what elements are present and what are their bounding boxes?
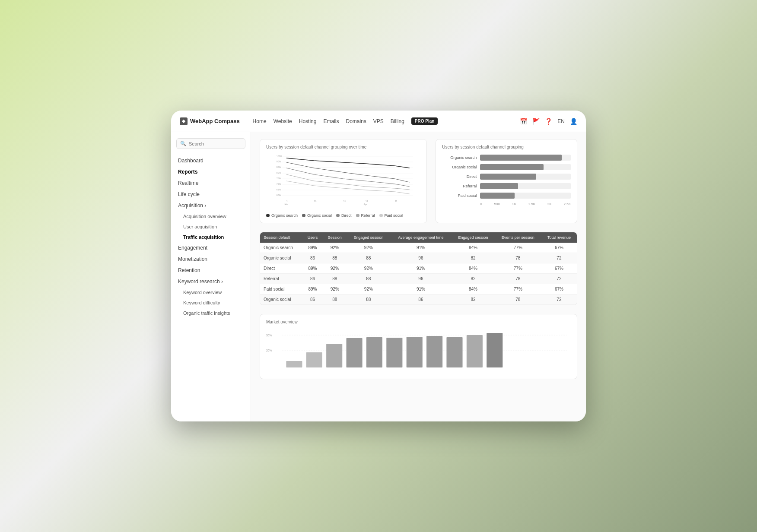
hbar-track-0 bbox=[480, 155, 571, 161]
cell-value: 67% bbox=[541, 284, 577, 294]
cell-value: 92% bbox=[347, 263, 390, 274]
hbar-x1: 500 bbox=[494, 202, 500, 206]
top-nav: WebApp Compass Home Website Hosting Emai… bbox=[171, 111, 586, 132]
legend-direct-label: Direct bbox=[341, 213, 352, 218]
nav-home[interactable]: Home bbox=[253, 118, 267, 124]
svg-rect-34 bbox=[426, 336, 442, 367]
nav-hosting[interactable]: Hosting bbox=[299, 118, 317, 124]
cell-value: 96 bbox=[390, 253, 452, 263]
cell-value: 82 bbox=[452, 294, 495, 305]
svg-rect-27 bbox=[286, 361, 302, 367]
svg-rect-29 bbox=[326, 344, 342, 367]
svg-text:Apr: Apr bbox=[363, 203, 367, 206]
lang-select[interactable]: EN bbox=[557, 118, 565, 124]
nav-domains[interactable]: Domains bbox=[346, 118, 366, 124]
table-row: Direct89%92%92%91%84%77%67% bbox=[260, 263, 577, 274]
hbar-fill-4 bbox=[480, 193, 515, 199]
cell-value: 78 bbox=[495, 253, 541, 263]
hbar-label-3: Referral bbox=[442, 184, 477, 188]
sidebar-item-lifecycle[interactable]: Life cycle bbox=[171, 189, 251, 200]
svg-text:1: 1 bbox=[286, 200, 288, 203]
hbar-fill-0 bbox=[480, 155, 562, 161]
svg-text:75%: 75% bbox=[277, 177, 281, 180]
cell-value: 92% bbox=[323, 243, 347, 253]
cell-value: 89% bbox=[302, 284, 322, 294]
svg-text:31: 31 bbox=[344, 200, 346, 203]
th-avg-time: Average engagement time bbox=[390, 232, 452, 243]
svg-text:30%: 30% bbox=[266, 334, 272, 337]
data-table: Session default Users Session Engaged se… bbox=[260, 232, 577, 305]
svg-rect-28 bbox=[306, 352, 322, 367]
legend-organic-social-label: Organic social bbox=[307, 213, 332, 218]
hbar-label-4: Paid social bbox=[442, 193, 477, 198]
flag-icon[interactable]: 🚩 bbox=[532, 118, 540, 125]
svg-text:70%: 70% bbox=[277, 183, 281, 185]
sidebar-item-realtime[interactable]: Realtime bbox=[171, 177, 251, 189]
nav-billing[interactable]: Billing bbox=[391, 118, 404, 124]
cell-channel: Referral bbox=[260, 274, 302, 284]
search-icon: 🔍 bbox=[180, 141, 186, 146]
hbar-xaxis: 0 500 1K 1.5K 2K 2.5K bbox=[442, 202, 571, 206]
svg-text:100%: 100% bbox=[277, 155, 282, 158]
cell-value: 91% bbox=[390, 284, 452, 294]
sidebar-item-engagement[interactable]: Engagement bbox=[171, 242, 251, 253]
line-chart-title: Users by session default channel groupin… bbox=[266, 145, 420, 149]
sidebar-item-keyword-research[interactable]: Keyword research bbox=[171, 276, 251, 287]
market-title: Market overview bbox=[266, 320, 571, 324]
brand-name: WebApp Compass bbox=[190, 118, 240, 124]
cell-channel: Organic search bbox=[260, 243, 302, 253]
cell-value: 96 bbox=[390, 274, 452, 284]
cell-value: 91% bbox=[390, 263, 452, 274]
cell-value: 86 bbox=[302, 274, 322, 284]
sidebar-item-user-acquisition[interactable]: User acquisition bbox=[171, 222, 251, 232]
cell-value: 86 bbox=[302, 294, 322, 305]
hbar-fill-1 bbox=[480, 164, 544, 170]
legend-organic-search: Organic search bbox=[266, 213, 298, 218]
sidebar-item-reports[interactable]: Reports bbox=[171, 166, 251, 177]
nav-links: Home Website Hosting Emails Domains VPS … bbox=[253, 117, 512, 125]
market-card: Market overview 30% 20% bbox=[260, 314, 577, 379]
cell-value: 77% bbox=[495, 243, 541, 253]
cell-value: 92% bbox=[323, 263, 347, 274]
sidebar-item-organic-traffic[interactable]: Organic traffic insights bbox=[171, 308, 251, 318]
sidebar-item-acquisition[interactable]: Acquisition bbox=[171, 200, 251, 211]
user-icon[interactable]: 👤 bbox=[570, 118, 577, 125]
cell-channel: Organic social bbox=[260, 294, 302, 305]
cell-value: 82 bbox=[452, 253, 495, 263]
sidebar-item-acquisition-overview[interactable]: Acquisition overview bbox=[171, 211, 251, 222]
cell-channel: Organic social bbox=[260, 253, 302, 263]
cell-value: 67% bbox=[541, 243, 577, 253]
line-chart-card: Users by session default channel groupin… bbox=[260, 139, 427, 223]
cell-value: 91% bbox=[390, 243, 452, 253]
legend-organic-social: Organic social bbox=[302, 213, 332, 218]
th-engaged-session2: Engaged session bbox=[452, 232, 495, 243]
sidebar-item-dashboard[interactable]: Dashboard bbox=[171, 155, 251, 166]
sidebar-item-monetization[interactable]: Monetization bbox=[171, 253, 251, 265]
help-icon[interactable]: ❓ bbox=[545, 118, 552, 125]
svg-text:60%: 60% bbox=[277, 194, 281, 196]
nav-vps[interactable]: VPS bbox=[373, 118, 384, 124]
pro-badge[interactable]: PRO Plan bbox=[411, 117, 438, 125]
sidebar-item-traffic-acquisition[interactable]: Traffic acquisition bbox=[171, 232, 251, 242]
svg-rect-31 bbox=[366, 337, 382, 367]
calendar-icon[interactable]: 📅 bbox=[520, 118, 527, 125]
cell-value: 88 bbox=[323, 294, 347, 305]
nav-website[interactable]: Website bbox=[274, 118, 292, 124]
line-chart-legend: Organic search Organic social Direct bbox=[266, 213, 420, 218]
legend-paid-social: Paid social bbox=[379, 213, 404, 218]
cell-value: 86 bbox=[390, 294, 452, 305]
svg-text:90%: 90% bbox=[277, 160, 281, 163]
sidebar-item-retention[interactable]: Retention bbox=[171, 265, 251, 276]
table-row: Referral86888896827872 bbox=[260, 274, 577, 284]
table-row: Paid social89%92%92%91%84%77%67% bbox=[260, 284, 577, 294]
sidebar-item-keyword-overview[interactable]: Keyword overview bbox=[171, 287, 251, 298]
cell-value: 84% bbox=[452, 243, 495, 253]
search-box[interactable]: 🔍 bbox=[176, 138, 245, 149]
search-input[interactable] bbox=[189, 141, 242, 146]
sidebar-item-keyword-difficulty[interactable]: Keyword difficulty bbox=[171, 298, 251, 308]
line-chart-svg: 100% 90% 85% 80% 75% 70% 65% 60% bbox=[266, 153, 420, 209]
nav-emails[interactable]: Emails bbox=[323, 118, 339, 124]
hbar-track-2 bbox=[480, 174, 571, 180]
cell-channel: Paid social bbox=[260, 284, 302, 294]
svg-rect-30 bbox=[347, 338, 363, 367]
